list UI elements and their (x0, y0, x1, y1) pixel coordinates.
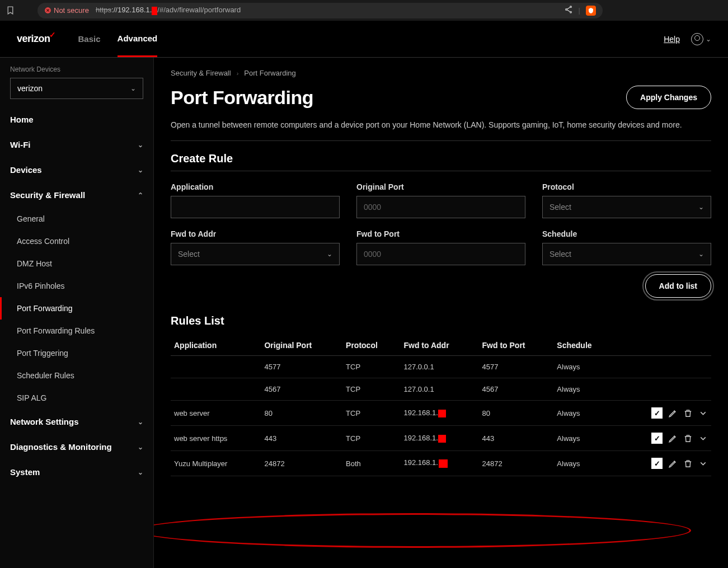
cell-original-port: 80 (261, 401, 342, 426)
help-link[interactable]: Help (664, 35, 680, 44)
cell-application: web server (171, 401, 261, 426)
url-bar[interactable]: Not secure https://192.168.1./#/adv/fire… (37, 3, 603, 18)
chevron-down-icon: ⌄ (138, 468, 143, 476)
sidebar-section-label: Network Devices (0, 58, 153, 78)
sidebar-item-network-settings[interactable]: Network Settings⌄ (0, 409, 153, 434)
svg-point-2 (565, 9, 567, 11)
sidebar-item-security[interactable]: Security & Firewall⌃ (0, 182, 153, 208)
share-icon[interactable] (564, 5, 573, 16)
delete-icon[interactable] (683, 434, 693, 443)
cell-fwd-addr: 192.168.1. (400, 401, 478, 426)
fwd-addr-select[interactable]: Select ⌄ (171, 243, 340, 265)
enabled-checkbox[interactable]: ✓ (651, 407, 663, 419)
cell-original-port: 4577 (261, 356, 342, 378)
protocol-select[interactable]: Select ⌄ (542, 196, 711, 218)
enabled-checkbox[interactable]: ✓ (651, 433, 663, 444)
sidebar-sub-port-forwarding[interactable]: Port Forwarding (0, 297, 153, 320)
chevron-down-icon: ⌄ (138, 443, 143, 451)
not-secure-text: Not secure (54, 6, 89, 15)
cell-fwd-addr: 127.0.0.1 (400, 356, 478, 378)
delete-icon[interactable] (683, 409, 693, 418)
sidebar-sub-scheduler[interactable]: Scheduler Rules (0, 364, 153, 387)
original-port-label: Original Port (356, 182, 525, 191)
edit-icon[interactable] (668, 459, 678, 468)
cell-schedule: Always (553, 356, 616, 378)
cell-schedule: Always (553, 378, 616, 401)
chevron-down-icon[interactable] (698, 434, 708, 443)
edit-icon[interactable] (668, 434, 678, 443)
sidebar-sub-access-control[interactable]: Access Control (0, 230, 153, 252)
cell-original-port: 24872 (261, 451, 342, 476)
cell-fwd-addr: 192.168.1. (400, 451, 478, 476)
table-row: 4567TCP127.0.0.14567Always (171, 378, 711, 401)
sidebar-sub-general[interactable]: General (0, 208, 153, 230)
cell-application: Yuzu Multiplayer (171, 451, 261, 476)
sidebar: Network Devices verizon ⌄ Home Wi-Fi⌄ De… (0, 58, 154, 568)
create-rule-title: Create Rule (171, 152, 711, 171)
sidebar-sub-port-forwarding-rules[interactable]: Port Forwarding Rules (0, 320, 153, 342)
table-row: web server80TCP192.168.1.80Always✓ (171, 401, 711, 426)
sidebar-sub-ipv6[interactable]: IPv6 Pinholes (0, 275, 153, 297)
breadcrumb-port-forwarding: Port Forwarding (244, 69, 295, 77)
sidebar-sub-sip[interactable]: SIP ALG (0, 387, 153, 409)
protocol-label: Protocol (542, 182, 711, 191)
cell-fwd-addr: 192.168.1. (400, 426, 478, 451)
cell-original-port: 443 (261, 426, 342, 451)
table-row: Yuzu Multiplayer24872Both192.168.1.24872… (171, 451, 711, 476)
svg-point-1 (570, 6, 571, 8)
chevron-down-icon[interactable] (698, 409, 708, 418)
sidebar-sub-dmz[interactable]: DMZ Host (0, 252, 153, 275)
page-title: Port Forwarding (171, 87, 313, 109)
col-fwd-addr: Fwd to Addr (400, 335, 478, 356)
nav-tabs: Basic Advanced (78, 21, 158, 57)
sidebar-item-system[interactable]: System⌄ (0, 459, 153, 485)
tab-basic[interactable]: Basic (78, 21, 101, 57)
enabled-checkbox[interactable]: ✓ (651, 458, 663, 469)
breadcrumb-security[interactable]: Security & Firewall (171, 69, 231, 77)
chevron-down-icon: ⌄ (138, 418, 143, 426)
chevron-down-icon: ⌄ (138, 166, 143, 174)
fwd-port-label: Fwd to Port (356, 229, 525, 238)
cell-protocol: TCP (342, 426, 400, 451)
edit-icon[interactable] (668, 409, 678, 418)
schedule-select[interactable]: Select ⌄ (542, 243, 711, 265)
apply-changes-button[interactable]: Apply Changes (626, 86, 711, 109)
redacted-block (438, 459, 448, 468)
app-header: verizon✓ Basic Advanced Help ⌄ (0, 21, 728, 58)
application-input[interactable] (171, 196, 340, 218)
cell-protocol: TCP (342, 401, 400, 426)
warning-icon (44, 7, 51, 14)
create-rule-form: Application Original Port Protocol Selec… (171, 182, 711, 265)
add-to-list-button[interactable]: Add to list (645, 274, 711, 298)
chevron-down-icon: ⌄ (698, 203, 704, 211)
chevron-up-icon: ⌃ (138, 191, 143, 199)
bookmark-icon[interactable] (6, 6, 15, 15)
sidebar-item-home[interactable]: Home (0, 107, 153, 132)
cell-fwd-port: 4577 (479, 356, 554, 378)
cell-schedule: Always (553, 451, 616, 476)
device-selector[interactable]: verizon ⌄ (10, 78, 143, 99)
cell-protocol: TCP (342, 356, 400, 378)
page-description: Open a tunnel between remote computers a… (171, 120, 711, 141)
verizon-logo: verizon✓ (17, 33, 50, 45)
fwd-port-input[interactable] (356, 243, 525, 265)
chevron-down-icon: ⌄ (706, 35, 711, 43)
application-label: Application (171, 182, 340, 191)
table-row: 4577TCP127.0.0.14577Always (171, 356, 711, 378)
original-port-input[interactable] (356, 196, 525, 218)
col-application: Application (171, 335, 261, 356)
sidebar-item-diagnostics[interactable]: Diagnostics & Monitoring⌄ (0, 434, 153, 459)
tab-advanced[interactable]: Advanced (118, 21, 158, 57)
redacted-block (438, 410, 446, 417)
chevron-down-icon: ⌄ (130, 85, 136, 92)
chevron-down-icon: ⌄ (327, 250, 332, 258)
delete-icon[interactable] (683, 459, 693, 468)
chevron-down-icon[interactable] (698, 459, 708, 468)
sidebar-item-devices[interactable]: Devices⌄ (0, 157, 153, 182)
brave-shield-icon[interactable] (586, 6, 596, 16)
sidebar-sub-port-triggering[interactable]: Port Triggering (0, 342, 153, 364)
user-menu[interactable]: ⌄ (691, 33, 711, 45)
sidebar-item-wifi[interactable]: Wi-Fi⌄ (0, 132, 153, 157)
device-selected: verizon (17, 84, 43, 93)
cell-application (171, 378, 261, 401)
